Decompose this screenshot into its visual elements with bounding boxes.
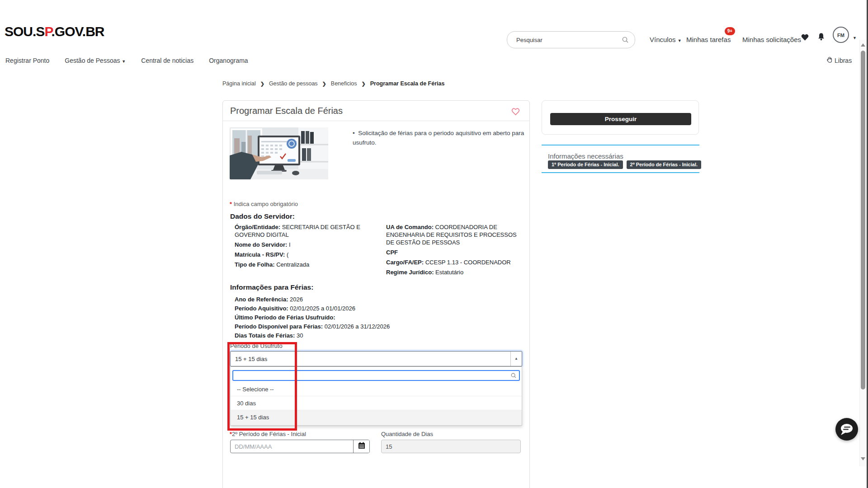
bullet-glyph: • <box>353 130 355 136</box>
field-tipo-folha: Tipo de Folha: Centralizada <box>235 261 384 268</box>
option-30-dias[interactable]: 30 dias <box>231 396 522 410</box>
section-info-ferias: Informações para Férias: <box>230 283 313 291</box>
notifications-bell-icon[interactable] <box>817 32 826 43</box>
dropdown-search-box[interactable] <box>232 370 520 381</box>
field-matricula: Matrícula - RS/PV: ( <box>235 251 384 258</box>
breadcrumb-current: Programar Escala de Férias <box>370 80 445 87</box>
badge-segundo-periodo: 2º Período de Férias - Inicial. <box>627 160 702 169</box>
main-nav: Registrar Ponto Gestão de Pessoas ▼ Cent… <box>5 54 248 67</box>
required-field-note: * Indica campo obrigatório <box>230 201 298 207</box>
dados-col-left: Órgão/Entidade: SECRETARIA DE GESTÃO E G… <box>235 223 384 271</box>
select-arrow-icon[interactable]: ▲ <box>510 352 522 366</box>
calendar-icon <box>358 442 365 451</box>
tasks-count-badge: 9+ <box>725 27 735 35</box>
segundo-periodo-label: *2º Período de Férias - Inicial <box>230 431 306 437</box>
page-title: Programar Escala de Férias <box>230 106 343 116</box>
prosseguir-button[interactable]: Prosseguir <box>550 113 691 125</box>
scrollbar-thumb[interactable] <box>861 51 865 389</box>
option-15-15-dias[interactable]: 15 + 15 dias <box>231 410 522 425</box>
search-icon[interactable] <box>622 36 629 45</box>
nav-central-de-noticias[interactable]: Central de noticias <box>141 57 193 64</box>
chevron-down-icon: ▼ <box>122 59 126 64</box>
usufruto-select[interactable]: 15 + 15 dias ▲ <box>230 351 522 366</box>
segundo-periodo-date-group <box>230 440 370 453</box>
scrollbar-up-arrow[interactable] <box>861 43 865 47</box>
required-asterisk: * <box>230 201 232 207</box>
page: SOU.SP.GOV.BR Vínculos ▼ Minhas tarefas … <box>0 0 868 488</box>
dados-col-right: UA de Comando: COORDENADORIA DE ENGENHAR… <box>386 223 524 278</box>
search-box[interactable] <box>507 31 635 48</box>
breadcrumb-separator-icon: ❯ <box>322 81 326 87</box>
logo-sou: SOU. <box>5 24 36 39</box>
field-dias-totais: Dias Totais de Férias: 30 <box>235 332 515 339</box>
field-orgao: Órgão/Entidade: SECRETARIA DE GESTÃO E G… <box>235 223 384 239</box>
field-ano-referencia: Ano de Referência: 2026 <box>235 296 515 303</box>
search-input[interactable] <box>515 34 617 45</box>
logo[interactable]: SOU.SP.GOV.BR <box>5 24 104 39</box>
breadcrumb-beneficios[interactable]: Beneficios <box>331 80 357 87</box>
segundo-periodo-date-input[interactable] <box>231 440 353 453</box>
quantidade-dias-label: Quantidade de Dias <box>381 431 433 437</box>
nav-organograma[interactable]: Organograma <box>209 57 248 64</box>
card-illustration <box>230 127 328 179</box>
field-nome: Nome do Servidor: I <box>235 241 384 249</box>
breadcrumb-gestao-de-pessoas[interactable]: Gestão de pessoas <box>269 80 318 87</box>
logo-p: P <box>44 24 51 39</box>
divider-line <box>542 145 699 145</box>
nav-registrar-ponto[interactable]: Registrar Ponto <box>5 57 49 64</box>
header-link-minhas-solicitacoes[interactable]: Minhas solicitações <box>742 36 801 43</box>
header-link-minhas-tarefas[interactable]: Minhas tarefas <box>686 36 731 43</box>
breadcrumb-separator-icon: ❯ <box>362 81 366 87</box>
favorite-heart-outline-icon[interactable] <box>511 107 520 117</box>
breadcrumb-pagina-inicial[interactable]: Página inicial <box>222 80 256 87</box>
chat-button[interactable] <box>835 418 858 441</box>
quantidade-dias-input <box>381 440 521 453</box>
section-dados-servidor: Dados do Servidor: <box>230 212 295 221</box>
dropdown-search-input[interactable] <box>236 372 509 380</box>
breadcrumb-separator-icon: ❯ <box>260 81 264 87</box>
required-info-badges: 1º Período de Férias - Inicial. 2º Perío… <box>548 160 701 169</box>
divider-line <box>542 172 699 173</box>
header-link-vinculos[interactable]: Vínculos ▼ <box>650 36 682 43</box>
usufruto-label: Periodo de Usufruto <box>230 343 283 349</box>
calendar-button[interactable] <box>353 440 369 453</box>
breadcrumb: Página inicial ❯ Gestão de pessoas ❯ Ben… <box>222 80 444 87</box>
avatar-caret-icon[interactable]: ▼ <box>853 36 857 40</box>
logo-s: S <box>36 24 44 39</box>
dropdown-search-icon <box>510 372 517 380</box>
info-necessarias-heading: Informações necessárias <box>548 152 623 160</box>
nav-gestao-de-pessoas[interactable]: Gestão de Pessoas ▼ <box>65 57 126 64</box>
field-ua-comando: UA de Comando: COORDENADORIA DE ENGENHAR… <box>386 223 524 246</box>
favorites-heart-icon[interactable] <box>801 33 809 43</box>
chevron-down-icon: ▼ <box>678 38 682 43</box>
field-periodo-disponivel: Período Disponível para Férias: 02/01/20… <box>235 323 515 330</box>
chat-bubble-icon <box>835 434 858 442</box>
ferias-fields: Ano de Referência: 2026 Período Aquisiti… <box>235 296 515 341</box>
hand-icon <box>826 56 833 65</box>
option-selecione[interactable]: -- Selecione -- <box>231 382 522 396</box>
service-description: • Solicitação de férias para o periodo a… <box>353 128 539 147</box>
field-cpf: CPF <box>386 249 524 256</box>
libras-button[interactable]: Libras <box>826 56 852 65</box>
badge-primeiro-periodo: 1º Período de Férias - Inicial. <box>548 160 623 169</box>
field-regime: Regime Jurídico: Estatutário <box>386 268 524 276</box>
field-cargo: Cargo/FA/EP: CCESP 1.13 - COORDENADOR <box>386 258 524 266</box>
usufruto-selected-value: 15 + 15 dias <box>235 356 267 362</box>
field-periodo-aquisitivo: Período Aquisitivo: 02/01/2025 a 01/01/2… <box>235 305 515 312</box>
scrollbar-down-arrow[interactable] <box>861 457 865 460</box>
field-ultimo-periodo: Último Período de Férias Usufruído: <box>235 314 515 321</box>
logo-gov: .GOV.BR <box>52 24 104 39</box>
avatar[interactable]: FM <box>833 27 849 43</box>
